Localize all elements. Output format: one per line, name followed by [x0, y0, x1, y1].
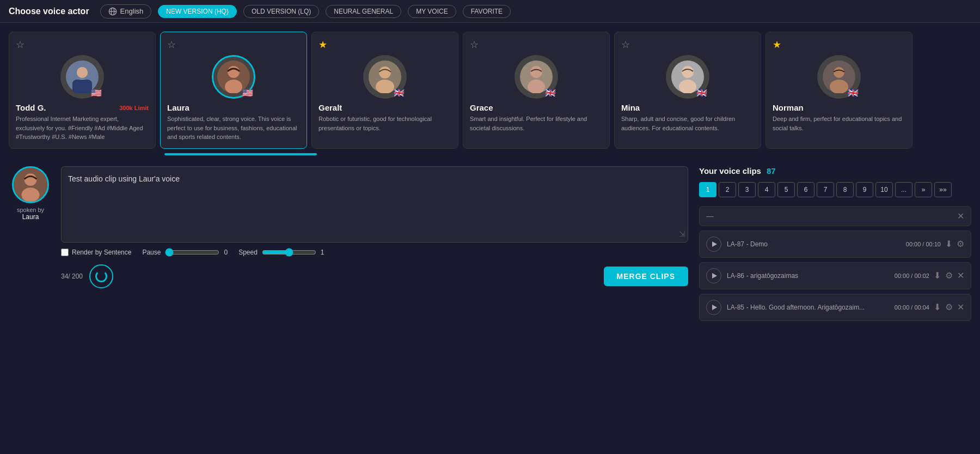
page-btn-8[interactable]: 8 — [836, 182, 854, 197]
voice-name-geralt: Geralt — [318, 103, 342, 112]
settings-icon-la86[interactable]: ⚙ — [945, 270, 953, 281]
download-icon-la86[interactable]: ⬇ — [934, 270, 941, 281]
star-icon-grace[interactable]: ☆ — [470, 39, 479, 51]
clip-name-la87: LA-87 - Demo — [727, 240, 768, 248]
page-btn-5[interactable]: 5 — [777, 182, 795, 197]
clip-play-icon-la87 — [712, 241, 717, 247]
svg-rect-7 — [72, 80, 92, 93]
page-btn-6[interactable]: 6 — [797, 182, 814, 197]
resize-handle[interactable]: ⇲ — [679, 228, 685, 240]
filter-new-version[interactable]: NEW VERSION (HQ) — [158, 5, 237, 18]
star-icon-mina[interactable]: ☆ — [621, 39, 630, 51]
page-btn-2[interactable]: 2 — [719, 182, 736, 197]
speaker-info: spoken by Laura — [9, 166, 52, 221]
voice-desc-grace: Smart and insightful. Perfect for lifest… — [470, 114, 603, 132]
card-top-geralt: ★ — [318, 39, 451, 51]
settings-icon-la87[interactable]: ⚙ — [957, 239, 964, 249]
voice-card-todd[interactable]: ☆ 🇺🇸 Todd G — [9, 32, 156, 149]
merge-clips-button[interactable]: MERGE CLIPS — [604, 267, 688, 286]
voice-name-grace: Grace — [470, 103, 493, 112]
filter-favorite[interactable]: FAVORITE — [463, 5, 511, 18]
svg-point-19 — [679, 80, 696, 93]
card-header-todd: Todd G. 300k Limit — [16, 103, 149, 112]
svg-point-18 — [682, 66, 694, 78]
star-icon-todd[interactable]: ☆ — [16, 39, 24, 51]
language-button[interactable]: English — [100, 4, 152, 19]
render-sentence-checkbox[interactable] — [61, 249, 69, 256]
page-btn-10[interactable]: 10 — [875, 182, 893, 197]
card-header-laura: Laura — [167, 103, 300, 112]
star-icon-norman[interactable]: ★ — [773, 39, 781, 51]
right-panel: Your voice clips 87 1 2 3 4 5 6 7 8 9 10… — [699, 166, 971, 325]
globe-icon — [108, 7, 117, 16]
voice-card-geralt[interactable]: ★ 🇬🇧 Geralt R — [311, 32, 458, 149]
close-icon-la85[interactable]: ✕ — [957, 302, 964, 312]
controls-row: Render by Sentence Pause 0 Speed 1 — [61, 248, 688, 257]
svg-point-24 — [24, 173, 37, 186]
card-center-norman: 🇬🇧 — [773, 55, 905, 103]
speed-value: 1 — [321, 249, 324, 256]
clip-item-la87: LA-87 - Demo 00:00 / 00:10 ⬇ ⚙ — [699, 231, 971, 258]
pause-slider[interactable] — [165, 248, 219, 257]
card-top-norman: ★ — [773, 39, 905, 51]
card-top-mina: ☆ — [621, 39, 754, 51]
voice-card-mina[interactable]: ☆ 🇬🇧 Mina Sha — [614, 32, 761, 149]
flag-geralt: 🇬🇧 — [394, 89, 406, 98]
settings-icon-la85[interactable]: ⚙ — [945, 302, 953, 312]
filter-old-version[interactable]: OLD VERSION (LQ) — [243, 5, 319, 18]
page-title: Choose voice actor — [9, 7, 89, 16]
page-btn-last[interactable]: »» — [934, 182, 952, 197]
flag-grace: 🇬🇧 — [545, 89, 557, 98]
speed-slider-group: Speed 1 — [238, 248, 324, 257]
svg-point-6 — [77, 67, 88, 78]
left-panel: spoken by Laura Test audio clip using La… — [9, 166, 688, 325]
clip-play-btn-la86[interactable] — [706, 268, 721, 283]
speed-slider[interactable] — [262, 248, 316, 257]
voice-name-todd: Todd G. — [16, 103, 46, 112]
voice-card-grace[interactable]: ☆ 🇬🇧 Grace Sm — [463, 32, 610, 149]
clip-actions-la86: 00:00 / 00:02 ⬇ ⚙ ✕ — [895, 270, 964, 281]
voice-name-norman: Norman — [773, 103, 804, 112]
text-panel: Test audio clip using Laur'a voice ⇲ Ren… — [61, 166, 688, 288]
star-icon-laura[interactable]: ☆ — [167, 39, 176, 51]
card-center-mina: 🇬🇧 — [621, 55, 754, 103]
page-btn-7[interactable]: 7 — [817, 182, 834, 197]
pause-value: 0 — [224, 249, 228, 256]
page-btn-9[interactable]: 9 — [856, 182, 873, 197]
clip-play-btn-la87[interactable] — [706, 237, 721, 252]
page-btn-3[interactable]: 3 — [738, 182, 756, 197]
svg-point-9 — [228, 66, 240, 78]
page-btn-1[interactable]: 1 — [699, 182, 716, 197]
avatar-wrap-laura: 🇺🇸 — [212, 55, 255, 99]
filter-neural-general[interactable]: NEURAL GENERAL — [326, 5, 401, 18]
bottom-row: 34/ 200 MERGE CLIPS — [61, 264, 688, 288]
collapsed-clip-close[interactable]: ✕ — [957, 211, 964, 221]
clip-play-icon-la85 — [712, 305, 717, 310]
card-center-laura: 🇺🇸 — [167, 55, 300, 103]
voice-card-norman[interactable]: ★ 🇬🇧 Norman D — [765, 32, 912, 149]
download-icon-la87[interactable]: ⬇ — [945, 239, 952, 249]
close-icon-la86[interactable]: ✕ — [957, 270, 964, 281]
page-btn-ellipsis[interactable]: ... — [895, 182, 912, 197]
clip-label-la85: - Hello. Good afternoon. Arigatōgozaim..… — [746, 304, 865, 311]
filter-my-voice[interactable]: MY VOICE — [408, 5, 456, 18]
loading-spinner — [95, 270, 107, 282]
page-btn-4[interactable]: 4 — [758, 182, 775, 197]
clip-play-btn-la85[interactable] — [706, 300, 721, 315]
clip-item-la85: LA-85 - Hello. Good afternoon. Arigatōgo… — [699, 294, 971, 321]
pause-label: Pause — [142, 249, 161, 256]
svg-point-22 — [830, 80, 848, 93]
page-btn-next[interactable]: » — [915, 182, 932, 197]
selected-card-underline — [164, 153, 317, 155]
render-sentence-label[interactable]: Render by Sentence — [61, 249, 131, 256]
svg-point-15 — [530, 66, 542, 78]
play-button[interactable] — [89, 264, 113, 288]
card-center-geralt: 🇬🇧 — [318, 55, 451, 103]
star-icon-geralt[interactable]: ★ — [318, 39, 327, 51]
voice-card-laura[interactable]: ☆ 🇺🇸 Laura So — [160, 32, 307, 149]
flag-todd: 🇺🇸 — [91, 89, 103, 98]
download-icon-la85[interactable]: ⬇ — [934, 302, 941, 312]
avatar-wrap-todd: 🇺🇸 — [60, 55, 104, 99]
voice-cards-row: ☆ 🇺🇸 Todd G — [9, 32, 971, 149]
avatar-wrap-grace: 🇬🇧 — [514, 55, 558, 99]
